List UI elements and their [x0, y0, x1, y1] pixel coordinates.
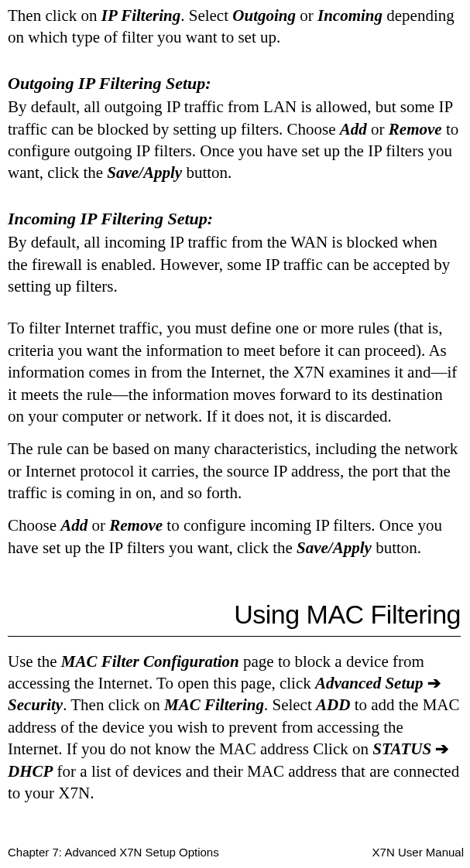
intro-paragraph: Then click on IP Filtering. Select Outgo…: [8, 5, 461, 49]
incoming-p1: By default, all incoming IP traffic from…: [8, 231, 461, 297]
add-label: Add: [60, 516, 87, 535]
outgoing-label: Outgoing: [232, 6, 296, 25]
mac-filtering-label: MAC Filtering: [164, 695, 264, 714]
incoming-p4: Choose Add or Remove to configure incomi…: [8, 514, 461, 559]
dhcp-label: DHCP: [8, 762, 53, 781]
page-content: Then click on IP Filtering. Select Outgo…: [8, 5, 464, 804]
text: button.: [372, 538, 421, 557]
remove-label: Remove: [389, 120, 442, 138]
arrow-icon: ➔: [427, 674, 441, 692]
incoming-p3: The rule can be based on many characteri…: [8, 438, 461, 504]
page-footer: Chapter 7: Advanced X7N Setup Options X7…: [8, 845, 464, 860]
add-label-caps: ADD: [316, 695, 350, 714]
section-title: Using MAC Filtering: [8, 597, 461, 633]
text: or: [296, 6, 317, 25]
text: button.: [182, 163, 232, 182]
text: . Select: [180, 6, 232, 25]
footer-left: Chapter 7: Advanced X7N Setup Options: [8, 845, 219, 860]
ip-filtering-label: IP Filtering: [101, 6, 181, 25]
remove-label: Remove: [109, 516, 163, 535]
text: Then click on: [8, 6, 101, 25]
text: or: [87, 516, 109, 535]
text: for a list of devices and their MAC addr…: [8, 762, 459, 802]
title-rule: [8, 636, 461, 637]
mac-filter-config-label: MAC Filter Configuration: [61, 652, 239, 671]
text: Choose: [8, 516, 60, 535]
footer-right: X7N User Manual: [372, 845, 464, 860]
save-apply-label: Save/Apply: [297, 538, 372, 557]
text: . Then click on: [63, 695, 164, 714]
mac-paragraph: Use the MAC Filter Configuration page to…: [8, 651, 461, 804]
incoming-p2: To filter Internet traffic, you must def…: [8, 317, 461, 427]
incoming-label: Incoming: [317, 6, 383, 25]
text: Use the: [8, 652, 61, 671]
security-label: Security: [8, 695, 63, 714]
text: . Select: [264, 695, 316, 714]
add-label: Add: [340, 120, 367, 138]
arrow-icon: ➔: [435, 740, 449, 757]
save-apply-label: Save/Apply: [107, 163, 182, 182]
outgoing-heading: Outgoing IP Filtering Setup:: [8, 72, 461, 95]
text: or: [367, 120, 389, 138]
outgoing-paragraph: By default, all outgoing IP traffic from…: [8, 96, 461, 183]
advanced-setup-label: Advanced Setup: [315, 674, 427, 692]
status-label: STATUS: [372, 740, 435, 758]
incoming-heading: Incoming IP Filtering Setup:: [8, 207, 461, 231]
